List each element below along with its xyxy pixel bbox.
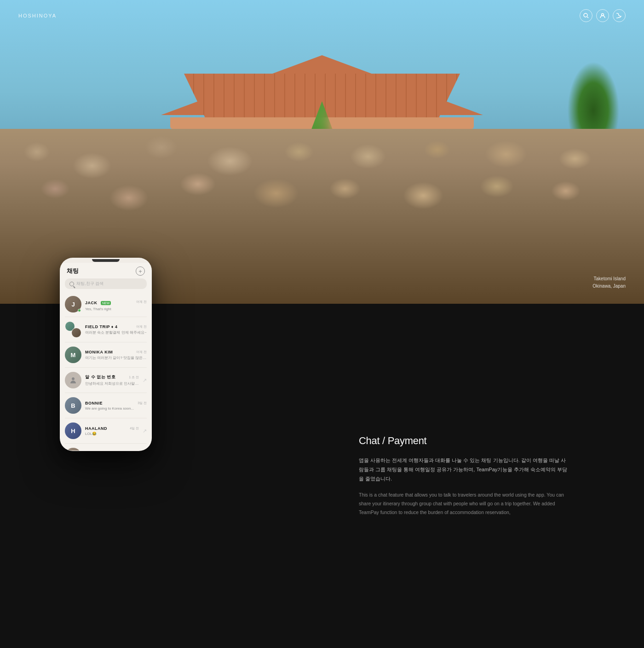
jack-name: JACK NEW [85,298,111,306]
haaland-name: HAALAND [85,426,107,431]
monika-info: MONIKA KIM 어제 전 여기는 여러분가 같이? 맛집을 많은 것 같한… [85,350,147,360]
chat-item-jack[interactable]: J JACK NEW 어제 전 Yes, That's r [60,293,151,316]
field-trip-avatar-2 [71,328,81,338]
bonnie-avatar: B [65,397,81,414]
jack-name-row: JACK NEW 어제 전 [85,298,147,306]
field-trip-preview: 여러분 숙소 분할결제 언제 해주세요~ [85,330,147,335]
section-description-korean: 앱을 사용하는 전세계 여행자들과 대화를 나눌 수 있는 채팅 기능입니다. … [359,456,570,483]
field-trip-avatar-wrap [65,321,81,338]
divider-5 [65,418,147,418]
haaland-name-row: HAALAND 4일 전 [85,426,139,431]
jack-time: 어제 전 [136,300,147,304]
chat-header: 채팅 + [60,263,151,278]
chat-search-placeholder: 채팅,친구 검색 [76,281,104,287]
nav-icons [580,9,626,22]
field-trip-avatar [65,321,81,338]
bonnie-name-row: BONNIE 3일 전 [85,401,147,405]
chat-list: J JACK NEW 어제 전 Yes, That's r [60,293,151,451]
divider-1 [65,317,147,317]
chat-item-sam[interactable]: S SAM 5일 전 Good Weekend ↗ [60,445,151,451]
bottom-section: 채팅 + 채팅,친구 검색 J [0,304,644,648]
haaland-preview: LOL😂 [85,432,139,436]
jack-info: JACK NEW 어제 전 Yes, That's right [85,298,147,311]
chat-item-field-trip[interactable]: FIELD TRIP ♦ 4 어제 전 여러분 숙소 분할결제 언제 해주세요~ [60,318,151,341]
moon-icon[interactable] [613,9,626,22]
chat-item-monika[interactable]: M MONIKA KIM 어제 전 여기는 여러분가 같이? 맛집을 많은 것 … [60,343,151,366]
monika-avatar: M [65,347,81,363]
phone-mockup: 채팅 + 채팅,친구 검색 J [60,258,152,451]
section-title: Chat / Payment [359,435,570,447]
unknown-avatar [65,372,81,388]
chat-item-haaland[interactable]: H HAALAND 4일 전 LOL😂 ↗ [60,419,151,442]
chat-item-bonnie[interactable]: B BONNIE 3일 전 We are going to Korea soon… [60,394,151,417]
haaland-info: HAALAND 4일 전 LOL😂 [85,426,139,436]
chat-screen: 채팅 + 채팅,친구 검색 J [60,263,151,451]
unknown-info: 알 수 없는 번호 1 초 전 안녕하세요 저희성으로 인사말을하겠습니다 1 … [85,374,139,386]
divider-2 [65,342,147,342]
unknown-time: 1 초 전 [129,375,139,380]
jack-online-indicator [78,309,81,312]
sam-avatar: S [65,448,81,451]
person-icon[interactable] [596,9,609,22]
sam-avatar-wrap: S [65,448,81,451]
haaland-time: 4일 전 [130,426,139,431]
bonnie-name: BONNIE [85,401,103,405]
field-trip-info: FIELD TRIP ♦ 4 어제 전 여러분 숙소 분할결제 언제 해주세요~ [85,324,147,335]
haaland-action-icon[interactable]: ↗ [143,428,147,434]
monika-avatar-wrap: M [65,347,81,363]
divider-4 [65,393,147,393]
bonnie-preview: We are going to Korea soon... [85,406,147,411]
add-chat-button[interactable]: + [136,266,145,276]
monika-name-row: MONIKA KIM 어제 전 [85,350,147,354]
divider-3 [65,367,147,368]
unknown-avatar-wrap [65,372,81,388]
unknown-action-icon[interactable]: ↗ [143,377,147,383]
bonnie-time: 3일 전 [138,401,147,405]
jack-avatar-wrap: J [65,296,81,312]
bonnie-avatar-wrap: B [65,397,81,414]
unknown-preview: 안녕하세요 저희성으로 인사말을하겠습니다 1 초 전 [85,381,139,386]
chat-item-unknown[interactable]: 알 수 없는 번호 1 초 전 안녕하세요 저희성으로 인사말을하겠습니다 1 … [60,369,151,392]
chat-screen-title: 채팅 [67,267,78,275]
monika-time: 어제 전 [136,350,147,354]
location-label: Taketomi Island Okinawa, Japan [592,275,626,290]
field-trip-name: FIELD TRIP ♦ 4 [85,324,117,329]
location-line1: Taketomi Island [592,275,626,283]
haaland-avatar: H [65,422,81,439]
chat-search-bar[interactable]: 채팅,친구 검색 [65,278,147,289]
top-navigation: HOSHINOYA [0,0,644,31]
bonnie-info: BONNIE 3일 전 We are going to Korea soon..… [85,401,147,411]
monika-name: MONIKA KIM [85,350,113,354]
unknown-name: 알 수 없는 번호 [85,374,115,380]
field-trip-time: 어제 전 [136,324,147,329]
svg-point-0 [584,13,587,17]
divider-6 [65,443,147,444]
section-description-english: This is a chat feature that allows you t… [359,491,570,517]
unknown-name-row: 알 수 없는 번호 1 초 전 [85,374,139,380]
phone-status-bar [60,258,151,263]
location-line2: Okinawa, Japan [592,283,626,290]
svg-line-1 [587,17,589,18]
chat-search-icon [69,282,74,286]
monika-preview: 여기는 여러분가 같이? 맛집을 많은 것 같한데 [85,355,147,360]
content-text-block: Chat / Payment 앱을 사용하는 전세계 여행자들과 대화를 나눌 … [359,435,570,517]
svg-point-3 [72,377,75,380]
haaland-avatar-wrap: H [65,422,81,439]
phone-body: 채팅 + 채팅,친구 검색 J [60,258,152,451]
search-icon[interactable] [580,9,592,22]
logo: HOSHINOYA [18,13,57,18]
jack-preview: Yes, That's right [85,307,147,311]
content-area: Chat / Payment 앱을 사용하는 전세계 여행자들과 대화를 나눌 … [331,304,644,648]
field-trip-name-row: FIELD TRIP ♦ 4 어제 전 [85,324,147,329]
phone-notch [92,259,120,262]
